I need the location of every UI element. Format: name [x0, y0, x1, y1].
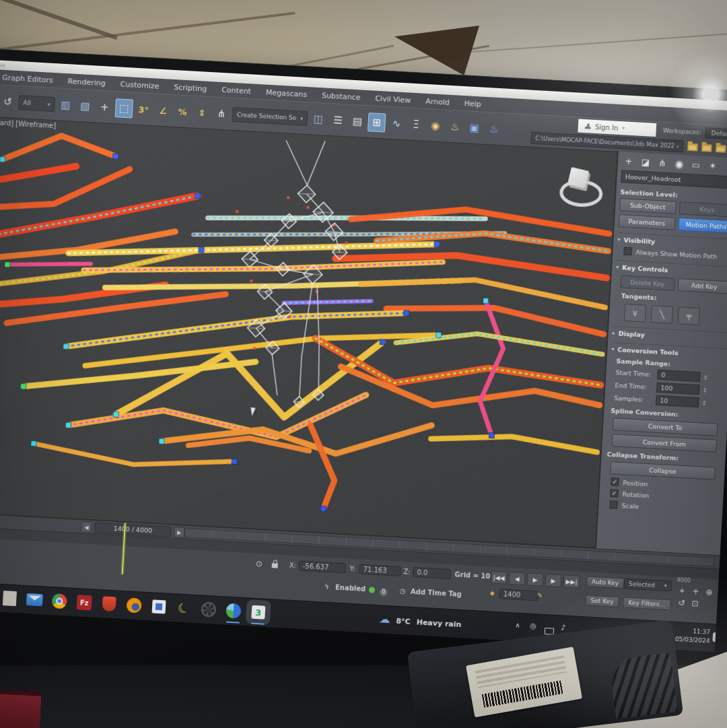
key-set-dropdown[interactable]: Selected ▾ [624, 578, 672, 591]
isolate-selection-icon[interactable]: ⊙ [255, 559, 263, 569]
next-frame-button[interactable]: ▶ [545, 574, 562, 587]
menu-item-rendering[interactable]: Rendering [67, 77, 106, 88]
motion-paths-button[interactable]: Motion Paths [678, 218, 727, 234]
schematic-view-icon[interactable]: Ξ [407, 114, 425, 134]
undo-icon[interactable]: ↺ [0, 92, 17, 112]
snap-toggle-icon[interactable]: 3° [134, 100, 153, 119]
time-slider-prev-button[interactable]: ◀ [81, 521, 92, 533]
render-production-icon[interactable]: ♨ [485, 119, 504, 139]
sub-object-button[interactable]: Sub-Object [619, 198, 676, 214]
menu-item-civil-view[interactable]: Civil View [375, 94, 411, 104]
named-selection-icon[interactable]: ◫ [309, 109, 328, 129]
selection-filter-dropdown[interactable]: All▾ [18, 95, 55, 112]
taskbar-wheel-app[interactable] [200, 601, 217, 618]
tab-hierarchy[interactable]: ⋔ [657, 158, 668, 168]
end-time-field[interactable]: 100 [656, 383, 700, 395]
key-mode-icon[interactable]: ◆ [490, 589, 495, 596]
rotation-checkbox[interactable]: ✓ [610, 489, 619, 498]
spinner-icon[interactable]: ⇕ [702, 387, 707, 393]
mirror-icon[interactable]: ⋔ [212, 104, 231, 123]
notification-icon[interactable] [712, 632, 725, 642]
percent-snap-icon[interactable]: % [173, 102, 192, 121]
maxscript-icon[interactable]: ϟ [324, 583, 329, 591]
pan-icon[interactable]: + [689, 586, 702, 597]
tangent-button-3[interactable]: ╤ [678, 306, 700, 325]
pencil-icon[interactable]: ✎ [537, 591, 543, 599]
taskbar-app-blue[interactable] [150, 598, 167, 615]
taskbar-clock[interactable]: 11:37 05/03/2024 [674, 626, 710, 646]
y-coordinate-field[interactable]: 71.163 [359, 564, 401, 576]
spinner-icon[interactable]: ⇕ [701, 399, 707, 406]
rendered-frame-icon[interactable]: ▣ [465, 118, 484, 137]
time-slider-next-button[interactable]: ▶ [174, 527, 185, 538]
project-folder-icon[interactable] [687, 143, 698, 151]
taskbar-file-explorer[interactable] [1, 590, 18, 607]
tray-chevron-icon[interactable]: ∧ [515, 622, 520, 629]
sign-in-button[interactable]: Sign In ▾ [578, 119, 657, 137]
current-frame-field[interactable]: 1400 [499, 589, 539, 601]
tangent-button-1[interactable]: ∨ [624, 304, 646, 323]
maximize-viewport-icon[interactable]: ⊡ [689, 598, 701, 609]
spinner-snap-icon[interactable]: ⇕ [193, 103, 211, 123]
taskbar-mail[interactable] [26, 591, 43, 608]
tangent-button-2[interactable]: ╲ [651, 305, 673, 324]
go-to-start-button[interactable]: |◀◀ [491, 570, 508, 584]
taskbar-firefox[interactable] [125, 597, 142, 614]
convert-to-button[interactable]: Convert To [613, 418, 718, 436]
go-to-end-button[interactable]: ▶▶| [563, 574, 580, 588]
workspace-selector[interactable]: Workspaces: Default [662, 125, 727, 141]
set-key-button[interactable]: Set Key [585, 595, 619, 607]
add-key-button[interactable]: Add Key [677, 278, 727, 294]
key-filters-button[interactable]: Key Filters... [623, 597, 671, 610]
material-editor-icon[interactable]: ◉ [426, 116, 445, 135]
object-name-field[interactable]: Hoover_Headroot [621, 170, 727, 189]
tab-create[interactable]: + [623, 156, 635, 166]
taskbar-chrome[interactable] [51, 593, 68, 609]
taskbar-badge-3[interactable]: 3 [250, 604, 267, 621]
parameters-button[interactable]: Parameters [619, 214, 675, 230]
menu-item-help[interactable]: Help [464, 99, 481, 108]
render-setup-icon[interactable]: ♨ [446, 117, 464, 137]
tab-modify[interactable]: ◪ [640, 157, 652, 168]
view-cube[interactable] [558, 166, 602, 203]
field-of-view-icon[interactable]: ⌖ [676, 585, 689, 597]
select-by-name-icon[interactable]: ▥ [57, 95, 75, 114]
z-coordinate-field[interactable]: 0.0 [413, 567, 451, 579]
viewport[interactable]: [Standard] [Wireframe] [0, 116, 618, 548]
taskbar-filezilla[interactable]: Fz [76, 594, 93, 611]
spinner-icon[interactable]: ⇕ [703, 374, 708, 380]
menu-item-graph-editors[interactable]: Graph Editors [2, 73, 53, 84]
menu-item-content[interactable]: Content [221, 85, 251, 95]
taskbar-color-circle-app[interactable] [225, 602, 242, 619]
start-time-field[interactable]: 0 [657, 370, 701, 383]
project-folder-icon[interactable] [716, 145, 726, 153]
scene-explorer-icon[interactable]: ▤ [348, 112, 367, 131]
tray-volume-icon[interactable]: ♪ [561, 623, 566, 632]
menu-item-customize[interactable]: Customize [120, 79, 159, 90]
viewport-layout-button[interactable]: ⊞ [368, 112, 386, 132]
angle-snap-icon[interactable]: ∠ [153, 100, 172, 120]
zoom-icon[interactable]: ⊕ [703, 587, 716, 598]
keys-button[interactable]: Keys [679, 201, 727, 218]
workspace-value[interactable]: Default [705, 127, 727, 140]
add-time-tag-button[interactable]: Add Time Tag [411, 588, 462, 598]
menu-item-scripting[interactable]: Scripting [174, 82, 207, 93]
selection-lock-icon[interactable] [271, 561, 278, 568]
tab-utilities[interactable]: ✶ [707, 160, 718, 171]
layer-manager-icon[interactable]: ☰ [328, 110, 347, 130]
orbit-icon[interactable]: ↺ [675, 597, 688, 609]
delete-key-button[interactable]: Delete Key [621, 275, 674, 290]
play-button[interactable]: ▶ [527, 572, 544, 586]
position-checkbox[interactable]: ✓ [611, 477, 619, 486]
curve-editor-icon[interactable]: ∿ [387, 114, 406, 133]
collapse-button[interactable]: Collapse [610, 461, 716, 480]
auto-key-button[interactable]: Auto Key [586, 576, 625, 589]
selection-region-icon[interactable]: ▧ [76, 96, 95, 116]
tab-display[interactable]: ▭ [691, 160, 702, 170]
always-show-motion-path-checkbox[interactable] [623, 247, 632, 256]
convert-from-button[interactable]: Convert From [611, 434, 717, 453]
select-object-button[interactable]: ⬚ [115, 98, 134, 118]
enabled-indicator[interactable] [369, 586, 376, 593]
previous-frame-button[interactable]: ◀ [509, 572, 526, 585]
weather-widget[interactable]: ☁ 8°C Heavy rain [379, 612, 462, 630]
